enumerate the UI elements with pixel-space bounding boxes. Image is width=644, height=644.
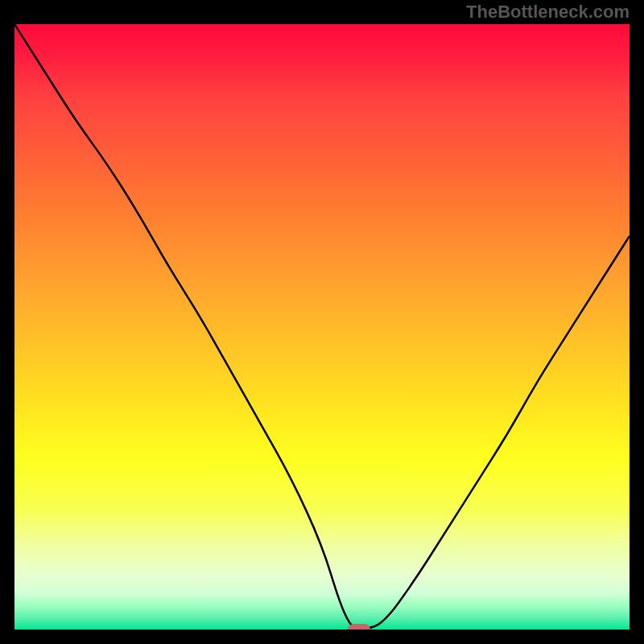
watermark-text: TheBottleneck.com — [466, 2, 630, 23]
bottleneck-curve — [14, 24, 630, 630]
optimal-point-marker — [348, 624, 370, 630]
plot-area — [14, 24, 630, 630]
